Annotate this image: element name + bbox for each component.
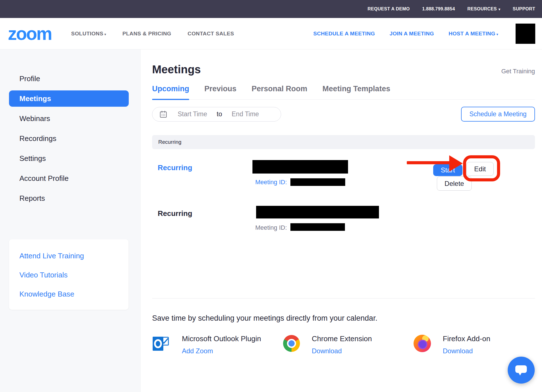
meeting-id-label: Meeting ID: <box>255 224 287 231</box>
section-divider <box>152 298 535 298</box>
delete-button[interactable]: Delete <box>437 176 472 191</box>
add-zoom-link[interactable]: Add Zoom <box>182 347 261 355</box>
annotation-arrow-shaft <box>407 161 450 164</box>
redacted-meeting-topic[interactable] <box>252 160 348 174</box>
filter-separator: to <box>217 110 222 118</box>
sidebar-item-webinars[interactable]: Webinars <box>0 110 129 127</box>
sidebar-item-reports[interactable]: Reports <box>0 190 129 206</box>
meeting-recurrence-link[interactable]: Recurring <box>158 163 192 172</box>
integrations-row: Microsoft Outlook Plugin Add Zoom Chrome… <box>152 334 535 355</box>
video-tutorials-link[interactable]: Video Tutorials <box>19 271 128 279</box>
account-avatar-redacted[interactable] <box>516 24 535 44</box>
chevron-down-icon: ▾ <box>105 33 106 36</box>
request-demo-link[interactable]: REQUEST A DEMO <box>367 6 410 12</box>
chat-bubble-icon <box>515 365 527 373</box>
get-training-link[interactable]: Get Training <box>501 68 535 75</box>
meetings-tabs: Upcoming Previous Personal Room Meeting … <box>152 85 535 100</box>
schedule-a-meeting-link[interactable]: SCHEDULE A MEETING <box>313 31 375 37</box>
redacted-meeting-id <box>290 223 345 231</box>
top-utility-bar: REQUEST A DEMO 1.888.799.8854 RESOURCES▾… <box>0 0 542 18</box>
tab-personal-room[interactable]: Personal Room <box>252 85 307 99</box>
calendar-integration-headline: Save time by scheduling your meetings di… <box>152 314 535 323</box>
zoom-logo[interactable]: zoom <box>8 25 51 43</box>
header-actions: SCHEDULE A MEETING JOIN A MEETING HOST A… <box>313 24 535 44</box>
edit-button[interactable]: Edit <box>466 162 494 176</box>
sidebar-item-profile[interactable]: Profile <box>0 70 129 87</box>
phone-number[interactable]: 1.888.799.8854 <box>422 6 455 12</box>
section-header-label: Recurring <box>158 139 181 145</box>
sidebar: Profile Meetings Webinars Recordings Set… <box>0 49 141 392</box>
redacted-meeting-topic[interactable] <box>256 206 379 218</box>
page-title: Meetings <box>152 64 201 75</box>
knowledge-base-link[interactable]: Knowledge Base <box>19 290 128 298</box>
support-link[interactable]: SUPPORT <box>513 6 535 12</box>
download-link[interactable]: Download <box>312 347 372 355</box>
chrome-extension-item: Chrome Extension Download <box>283 334 414 355</box>
chrome-icon <box>283 335 300 352</box>
start-button[interactable]: Start <box>433 164 462 176</box>
sidebar-item-recordings[interactable]: Recordings <box>0 130 129 147</box>
calendar-icon <box>160 111 167 118</box>
zoom-web-portal: REQUEST A DEMO 1.888.799.8854 RESOURCES▾… <box>0 0 542 392</box>
main-nav: SOLUTIONS▾ PLANS & PRICING CONTACT SALES <box>71 31 234 37</box>
firefox-icon <box>414 335 431 352</box>
tab-meeting-templates[interactable]: Meeting Templates <box>322 85 390 99</box>
sidebar-item-settings[interactable]: Settings <box>0 150 129 167</box>
schedule-a-meeting-button[interactable]: Schedule a Meeting <box>461 107 535 122</box>
contact-sales-link[interactable]: CONTACT SALES <box>188 31 234 37</box>
chat-launcher[interactable] <box>508 357 535 384</box>
redacted-meeting-id <box>290 178 345 186</box>
outlook-plugin-item: Microsoft Outlook Plugin Add Zoom <box>152 334 283 355</box>
chevron-down-icon: ▾ <box>498 7 500 11</box>
recurring-section-header: Recurring <box>152 135 535 149</box>
tab-previous[interactable]: Previous <box>204 85 236 99</box>
meeting-id-label: Meeting ID: <box>255 179 287 186</box>
host-a-meeting-menu[interactable]: HOST A MEETING▾ <box>449 31 498 37</box>
integration-name: Microsoft Outlook Plugin <box>182 334 261 343</box>
meetings-page: Meetings Get Training Upcoming Previous … <box>141 49 542 392</box>
solutions-menu[interactable]: SOLUTIONS▾ <box>71 31 106 37</box>
download-link[interactable]: Download <box>443 347 490 355</box>
tab-upcoming[interactable]: Upcoming <box>152 85 189 99</box>
date-range-filter[interactable]: Start Time to End Time <box>152 107 281 122</box>
integration-name: Firefox Add-on <box>443 334 490 343</box>
help-links-card: Attend Live Training Video Tutorials Kno… <box>9 239 128 310</box>
firefox-addon-item: Firefox Add-on Download <box>414 334 490 355</box>
site-header: zoom SOLUTIONS▾ PLANS & PRICING CONTACT … <box>0 18 542 49</box>
plans-pricing-link[interactable]: PLANS & PRICING <box>122 31 171 37</box>
outlook-icon <box>152 334 170 354</box>
end-time-placeholder[interactable]: End Time <box>232 110 259 118</box>
meeting-list: Recurring Meeting ID: Start Edit Delete … <box>152 149 535 298</box>
join-a-meeting-link[interactable]: JOIN A MEETING <box>390 31 434 37</box>
sidebar-item-account-profile[interactable]: Account Profile <box>0 170 129 186</box>
resources-menu[interactable]: RESOURCES▾ <box>467 6 500 12</box>
meeting-recurrence-label: Recurring <box>158 209 192 218</box>
start-time-placeholder[interactable]: Start Time <box>178 110 207 118</box>
integration-name: Chrome Extension <box>312 334 372 343</box>
attend-live-training-link[interactable]: Attend Live Training <box>19 252 128 260</box>
chevron-down-icon: ▾ <box>496 33 498 36</box>
sidebar-item-meetings[interactable]: Meetings <box>9 90 129 107</box>
